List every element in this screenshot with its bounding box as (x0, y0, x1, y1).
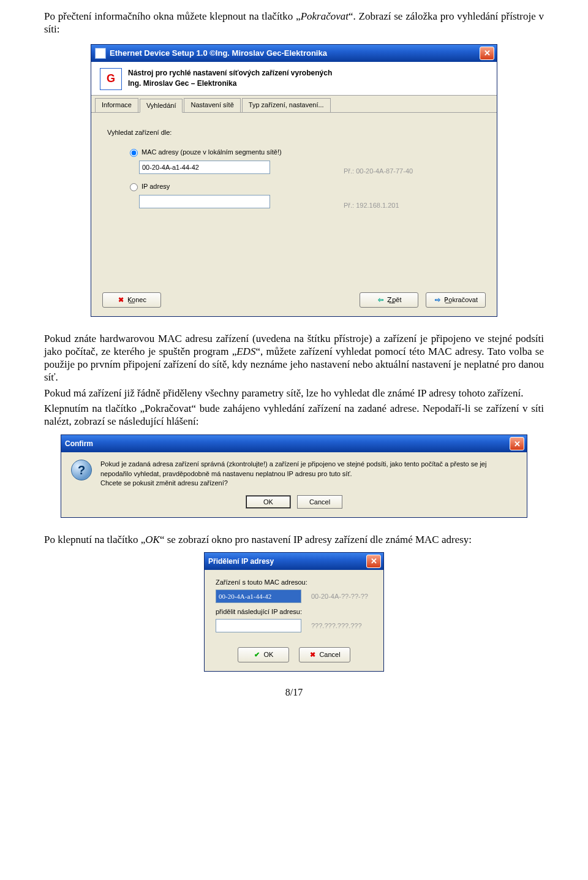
tab-nastaveni-site[interactable]: Nastavení sítě (184, 98, 240, 112)
button-bar: ✖ K͟onec ⇦ Z͟pět ⇨ P͟okračovat (91, 286, 497, 316)
radio-mac-label[interactable]: MAC adresy (pouze v lokálním segmentu sí… (141, 148, 282, 156)
confirm-buttons: OK Cancel (61, 491, 527, 517)
arrow-right-icon: ⇨ (434, 296, 441, 303)
page-number: 8/17 (44, 687, 544, 698)
close-button[interactable]: ✕ (480, 47, 494, 60)
app-icon (95, 48, 106, 59)
banner-line-1: Nástroj pro rychlé nastavení síťových za… (128, 68, 332, 78)
exit-button[interactable]: ✖ K͟onec (102, 292, 161, 308)
close-icon: ✕ (484, 48, 491, 58)
paragraph-1: Po přečtení informačního okna můžete kle… (44, 10, 544, 36)
assign-ip-input[interactable] (216, 619, 301, 632)
titlebar: Ethernet Device Setup 1.0 ©Ing. Miroslav… (91, 45, 497, 62)
close-icon: ✖ (117, 296, 124, 303)
paragraph-3: Pokud má zařízení již řádně přiděleny vš… (44, 387, 544, 400)
brand-icon: G (100, 68, 122, 90)
assign-mac-input[interactable] (216, 590, 301, 603)
text: “ se zobrazí okno pro nastavení IP adres… (160, 534, 472, 545)
exit-label: K͟onec (127, 296, 146, 304)
text-italic: OK (145, 534, 160, 545)
radio-mac[interactable] (130, 149, 138, 157)
paragraph-5: Po klepnutí na tlačítko „OK“ se zobrazí … (44, 533, 544, 546)
close-button[interactable]: ✕ (366, 555, 381, 568)
cancel-label: Cancel (319, 651, 340, 658)
tab-strip: Informace Vyhledání Nastavení sítě Typ z… (91, 96, 497, 113)
next-button[interactable]: ⇨ P͟okračovat (426, 292, 486, 308)
radio-ip-label[interactable]: IP adresy (141, 183, 170, 190)
tab-body: Vyhledat zařízení dle: MAC adresy (pouze… (91, 113, 497, 286)
close-icon: ✕ (514, 439, 521, 449)
ok-button[interactable]: ✔ OK (238, 647, 289, 662)
assign-mac-hint: 00-20-4A-??-??-?? (311, 593, 368, 600)
banner-line-2: Ing. Miroslav Gec – Elektronika (128, 78, 332, 89)
confirm-line-2: Chcete se pokusit změnit adresu zařízení… (100, 479, 517, 488)
assign-ip-hint: ???.???.???.??? (311, 622, 362, 629)
ip-example: Př.: 192.168.1.201 (344, 202, 399, 209)
setup-window: Ethernet Device Setup 1.0 ©Ing. Miroslav… (91, 45, 497, 316)
ip-assign-dialog: Přidělení IP adresy ✕ Zařízení s touto M… (205, 553, 383, 671)
banner-text: Nástroj pro rychlé nastavení síťových za… (128, 68, 332, 90)
paragraph-4: Klepnutím na tlačítko „Pokračovat“ bude … (44, 402, 544, 428)
question-icon: ? (71, 460, 92, 480)
window-title: Ethernet Device Setup 1.0 ©Ing. Miroslav… (110, 48, 480, 58)
search-caption: Vyhledat zařízení dle: (107, 129, 481, 136)
paragraph-2: Pokud znáte hardwarovou MAC adresu zaříz… (44, 332, 544, 384)
titlebar: Přidělení IP adresy ✕ (205, 553, 383, 570)
tab-typ-zarizeni[interactable]: Typ zařízení, nastavení... (242, 98, 331, 112)
close-icon: ✕ (371, 556, 377, 566)
close-button[interactable]: ✕ (510, 437, 524, 450)
banner: G Nástroj pro rychlé nastavení síťových … (91, 62, 497, 96)
ok-label: OK (264, 651, 274, 658)
text-italic: Pokračovat (301, 10, 349, 22)
confirm-text: Pokud je zadaná adresa zařízení správná … (100, 460, 517, 488)
next-label: P͟okračovat (444, 296, 478, 304)
assign-label-ip: přidělit následující IP adresu: (216, 608, 372, 615)
mac-input[interactable] (139, 161, 270, 174)
radio-mac-row: MAC adresy (pouze v lokálním segmentu sí… (127, 147, 481, 157)
text-italic: EDS (236, 346, 255, 357)
cancel-button[interactable]: Cancel (297, 495, 342, 509)
assign-body: Zařízení s touto MAC adresou: 00-20-4A-?… (205, 570, 383, 643)
mac-example: Př.: 00-20-4A-87-77-40 (344, 167, 413, 175)
assign-buttons: ✔ OK ✖ Cancel (205, 643, 383, 671)
check-icon: ✔ (254, 651, 261, 658)
tab-vyhledani[interactable]: Vyhledání (140, 99, 183, 113)
text: Po přečtení informačního okna můžete kle… (44, 10, 301, 22)
ip-input[interactable] (139, 195, 270, 208)
ok-button[interactable]: OK (246, 495, 291, 509)
radio-ip[interactable] (130, 183, 138, 191)
text: Po klepnutí na tlačítko „ (44, 534, 145, 545)
cancel-button[interactable]: ✖ Cancel (299, 647, 350, 662)
close-icon: ✖ (309, 651, 316, 658)
assign-label-mac: Zařízení s touto MAC adresou: (216, 578, 372, 586)
back-label: Z͟pět (387, 296, 401, 304)
confirm-dialog: Confirm ✕ ? Pokud je zadaná adresa zaříz… (61, 435, 527, 517)
confirm-body: ? Pokud je zadaná adresa zařízení správn… (61, 452, 527, 491)
tab-informace[interactable]: Informace (95, 98, 138, 112)
back-button[interactable]: ⇦ Z͟pět (360, 292, 418, 308)
titlebar: Confirm ✕ (61, 435, 527, 452)
assign-title: Přidělení IP adresy (208, 557, 366, 566)
confirm-line-1: Pokud je zadaná adresa zařízení správná … (100, 460, 517, 479)
radio-ip-row: IP adresy (127, 181, 481, 191)
arrow-left-icon: ⇦ (377, 296, 384, 303)
confirm-title: Confirm (65, 439, 510, 448)
